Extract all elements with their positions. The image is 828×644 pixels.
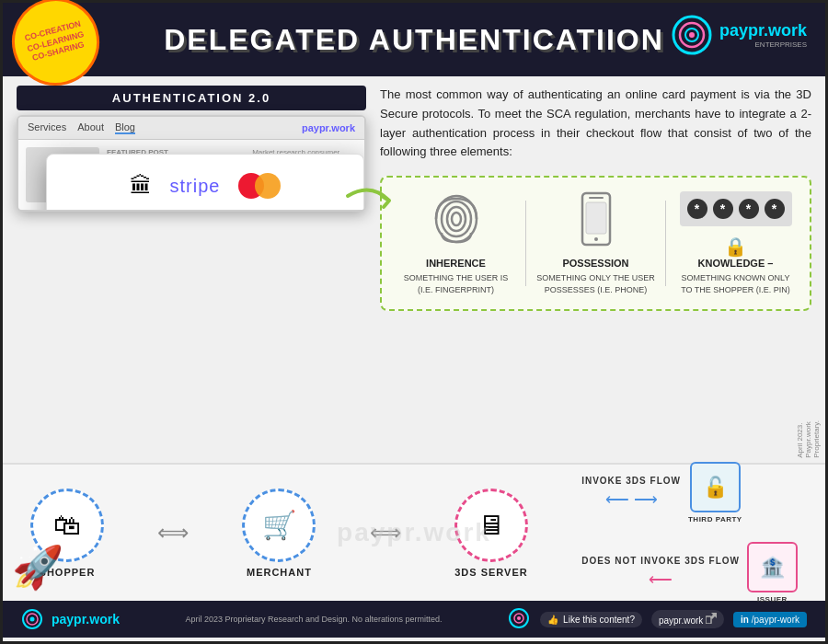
phone-svg [578, 191, 615, 247]
svg-point-6 [447, 207, 466, 231]
phone-icon [535, 191, 656, 250]
asterisk-row: * * * * [687, 199, 785, 219]
possession-desc: SOMETHING ONLY THE USER POSSESSES (I.E. … [535, 272, 656, 295]
arrow-indicator [343, 178, 398, 227]
arrow-shopper-merchant: ⟺ [157, 520, 189, 546]
invoke-flow-row: INVOKE 3DS FLOW ⟵ ⟶ 🔓 THIRD PARTY [581, 462, 798, 523]
third-party-icon: 🔓 [690, 462, 741, 512]
svg-point-17 [517, 616, 521, 620]
asterisk-2: * [713, 199, 733, 219]
no-invoke-flow-row: DOES NOT INVOKE 3DS FLOW ⟵ 🏦 ISSUER [581, 542, 798, 604]
content-area: AUTHENTICATION 2.0 Services About Blog p… [3, 76, 825, 463]
site-logo: paypr.work [302, 122, 355, 133]
flow-diagram: paypr.work 🛍 SHOPPER ⟺ 🛒 MERCHANT ⟺ 🖥 3D [3, 463, 825, 601]
stripe-logo: stripe [170, 176, 221, 197]
linkedin-link-text: /paypr-work [752, 615, 799, 625]
divider-2 [665, 201, 666, 286]
inherence-desc: SOMETHING THE USER IS (I.E. FINGERPRINT) [396, 272, 516, 295]
april-note: April 2023. Paypr.work Proprietary. [796, 420, 821, 458]
browser-mockup: Services About Blog paypr.work IMG FEATU… [17, 115, 366, 212]
linkedin-button[interactable]: in /paypr-work [733, 612, 807, 627]
nav-about[interactable]: About [77, 121, 104, 134]
merchant-circle: 🛒 [242, 489, 316, 562]
footer-logo-text: paypr.work [52, 612, 120, 627]
possession-name: POSSESSION [535, 258, 656, 269]
invoke-arrow-right: ⟶ [634, 489, 658, 510]
svg-point-3 [689, 32, 695, 38]
nav-links: Services About Blog [28, 121, 135, 134]
linkedin-icon: in [741, 615, 749, 625]
footer-logo-area: paypr.work [21, 608, 120, 631]
third-party-box: 🔓 THIRD PARTY [688, 462, 742, 523]
svg-rect-19 [706, 616, 711, 624]
external-link-icon [706, 613, 717, 624]
issuer-label: ISSUER [757, 595, 788, 604]
server-icon: 🖥 [477, 510, 505, 541]
svg-point-7 [452, 213, 461, 225]
asterisk-1: * [687, 199, 707, 219]
modal-brands: 🏛 stripe [65, 173, 345, 199]
shopper-icon: 🛍 [53, 510, 81, 541]
right-flow: INVOKE 3DS FLOW ⟵ ⟶ 🔓 THIRD PARTY DOES N… [581, 462, 798, 604]
svg-point-10 [594, 237, 598, 241]
like-text: Like this content? [563, 615, 635, 625]
footer-copyright: April 2023 Proprietary Research and Desi… [185, 615, 442, 624]
rocket-icon: 🚀 [12, 543, 63, 592]
auth-modal: 🏛 stripe Purchase Authentication We've s… [46, 154, 364, 212]
spiral-icon-2 [508, 607, 531, 632]
mc-yellow-circle [255, 173, 281, 199]
asterisk-4: * [765, 199, 785, 219]
svg-rect-11 [586, 202, 606, 234]
svg-rect-9 [589, 197, 604, 199]
arrow-icon [343, 178, 398, 224]
footer-spiral-icon [21, 608, 44, 631]
knowledge-desc: SOMETHING KNOWN ONLY TO THE SHOPPER (I.E… [675, 272, 796, 295]
fingerprint-icon [396, 191, 516, 250]
password-icon: * * * * 🔒 [675, 191, 796, 258]
element-knowledge: * * * * 🔒 KNOWLEDGE – SOMETHING KNOWN ON… [675, 191, 796, 295]
mastercard-icon [238, 173, 281, 199]
svg-point-14 [30, 616, 35, 621]
like-icon: 👍 [547, 615, 558, 625]
nav-services[interactable]: Services [28, 121, 66, 134]
right-panel: The most common way of authenticating an… [380, 86, 811, 454]
knowledge-name: KNOWLEDGE – [675, 258, 796, 269]
inherence-name: INHERENCE [396, 258, 516, 269]
explanation-text: The most common way of authenticating an… [380, 86, 811, 162]
issuer-icon: 🏦 [747, 542, 798, 592]
paypr-link-text: paypr.work [659, 615, 703, 626]
arrow-merchant-server: ⟺ [370, 520, 401, 546]
invoke-arrow-left: ⟵ [605, 489, 629, 510]
server-circle: 🖥 [454, 489, 528, 562]
server-label: 3DS SERVER [454, 567, 528, 578]
flow-merchant: 🛒 MERCHANT [242, 489, 316, 578]
merchant-label: MERCHANT [247, 567, 312, 578]
merchant-icon: 🛒 [262, 509, 296, 541]
footer: paypr.work April 2023 Proprietary Resear… [3, 601, 825, 638]
element-possession: POSSESSION SOMETHING ONLY THE USER POSSE… [535, 191, 656, 295]
invoke-label: INVOKE 3DS FLOW [581, 476, 681, 486]
like-button[interactable]: 👍 Like this content? [540, 612, 642, 627]
page-title: DELEGATED AUTHENTICATIION [164, 23, 664, 57]
header-logo-text: paypr.work ENTERPRISES [719, 21, 807, 49]
browser-nav: Services About Blog paypr.work [18, 117, 364, 140]
footer-right: 👍 Like this content? paypr.work in /payp… [508, 607, 807, 632]
fingerprint-svg [429, 191, 484, 247]
issuer-box: 🏦 ISSUER [747, 542, 798, 604]
left-panel: AUTHENTICATION 2.0 Services About Blog p… [17, 86, 366, 454]
auth-version-label: AUTHENTICATION 2.0 [17, 86, 366, 110]
flow-3ds-server: 🖥 3DS SERVER [454, 489, 528, 578]
paypr-link-button[interactable]: paypr.work [651, 610, 724, 628]
bank-icon: 🏛 [130, 173, 152, 199]
nav-blog[interactable]: Blog [115, 121, 135, 134]
divider-1 [525, 201, 526, 286]
header-logo: paypr.work ENTERPRISES [669, 12, 807, 58]
not-invoke-arrow: ⟵ [649, 569, 673, 590]
asterisk-3: * [739, 199, 759, 219]
padlock-icon: 🔒 [724, 236, 747, 258]
header: CO-CREATION CO-LEARNING CO-SHARING DELEG… [3, 3, 825, 76]
not-invoke-label: DOES NOT INVOKE 3DS FLOW [581, 556, 740, 566]
elements-box: INHERENCE SOMETHING THE USER IS (I.E. FI… [380, 176, 811, 311]
third-party-label: THIRD PARTY [688, 515, 742, 523]
spiral-icon [669, 12, 715, 58]
